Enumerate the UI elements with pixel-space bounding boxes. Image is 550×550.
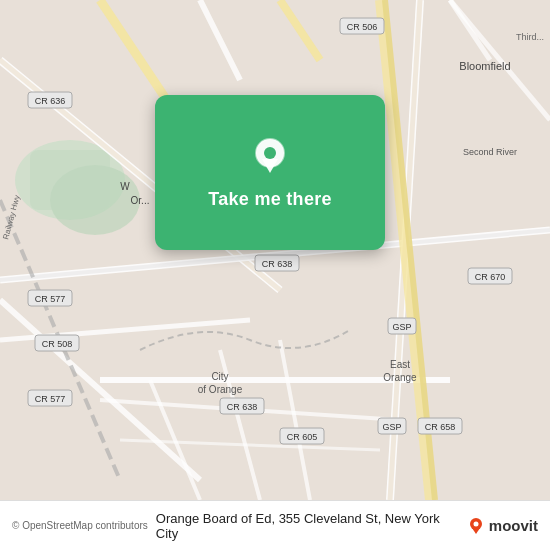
- svg-marker-66: [472, 528, 480, 534]
- svg-text:Second River: Second River: [463, 147, 517, 157]
- svg-text:CR 577: CR 577: [35, 394, 66, 404]
- svg-text:Third...: Third...: [516, 32, 544, 42]
- copyright-text: © OpenStreetMap contributors: [12, 520, 148, 531]
- svg-text:Bloomfield: Bloomfield: [459, 60, 510, 72]
- svg-text:GSP: GSP: [382, 422, 401, 432]
- svg-text:CR 638: CR 638: [227, 402, 258, 412]
- svg-text:Or...: Or...: [131, 195, 150, 206]
- moovit-pin-icon: [467, 517, 485, 535]
- svg-text:CR 658: CR 658: [425, 422, 456, 432]
- svg-text:CR 605: CR 605: [287, 432, 318, 442]
- svg-text:CR 508: CR 508: [42, 339, 73, 349]
- bottom-bar: © OpenStreetMap contributors Orange Boar…: [0, 500, 550, 550]
- svg-text:CR 636: CR 636: [35, 96, 66, 106]
- svg-point-65: [473, 521, 478, 526]
- svg-text:GSP: GSP: [392, 322, 411, 332]
- svg-text:East: East: [390, 359, 410, 370]
- moovit-label: moovit: [489, 517, 538, 534]
- svg-rect-3: [30, 150, 110, 210]
- svg-point-61: [264, 147, 276, 159]
- svg-text:City: City: [211, 371, 228, 382]
- svg-rect-0: [0, 0, 550, 500]
- map-container: CR 636 CR 506 CR 577 CR 577 CR 508 CR 63…: [0, 0, 550, 500]
- svg-text:W: W: [120, 181, 130, 192]
- svg-text:CR 670: CR 670: [475, 272, 506, 282]
- moovit-logo: moovit: [467, 517, 538, 535]
- map-background: CR 636 CR 506 CR 577 CR 577 CR 508 CR 63…: [0, 0, 550, 500]
- take-me-there-label: Take me there: [208, 189, 332, 210]
- svg-text:CR 638: CR 638: [262, 259, 293, 269]
- svg-text:CR 577: CR 577: [35, 294, 66, 304]
- svg-text:Orange: Orange: [383, 372, 417, 383]
- location-pin-icon: [248, 135, 292, 179]
- svg-text:of Orange: of Orange: [198, 384, 243, 395]
- take-me-there-card[interactable]: Take me there: [155, 95, 385, 250]
- svg-text:CR 506: CR 506: [347, 22, 378, 32]
- address-text: Orange Board of Ed, 355 Cleveland St, Ne…: [156, 511, 459, 541]
